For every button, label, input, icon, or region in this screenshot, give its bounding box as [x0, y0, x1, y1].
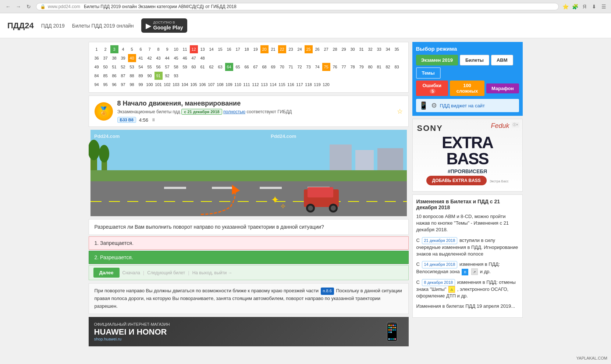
ticket-49[interactable]: 49 — [93, 63, 101, 71]
ticket-70[interactable]: 70 — [278, 63, 286, 71]
ticket-20[interactable]: 20 — [260, 45, 269, 53]
ticket-107[interactable]: 107 — [207, 81, 216, 89]
ticket-94[interactable]: 94 — [93, 81, 101, 89]
google-play-button[interactable]: ▶ ДОСТУПНО В Google Play — [141, 18, 188, 33]
ticket-84[interactable]: 84 — [93, 72, 101, 80]
ticket-30[interactable]: 30 — [349, 45, 357, 53]
ticket-114[interactable]: 114 — [269, 81, 277, 89]
ticket-7[interactable]: 7 — [146, 45, 154, 53]
ticket-113[interactable]: 113 — [260, 81, 269, 89]
ticket-47[interactable]: 47 — [190, 54, 198, 62]
ticket-81[interactable]: 81 — [375, 63, 383, 71]
ticket-18[interactable]: 18 — [243, 45, 251, 53]
ticket-33[interactable]: 33 — [375, 45, 383, 53]
ticket-39[interactable]: 39 — [119, 54, 127, 62]
widget-link[interactable]: ПДД виджет на сайт — [440, 103, 485, 108]
site-logo[interactable]: ПДД24 — [7, 21, 34, 31]
ticket-32[interactable]: 32 — [366, 45, 374, 53]
ticket-37[interactable]: 37 — [102, 54, 110, 62]
extension-icon[interactable]: 🧩 — [571, 3, 579, 10]
ticket-8[interactable]: 8 — [154, 45, 163, 53]
ticket-6[interactable]: 6 — [137, 45, 145, 53]
ticket-76[interactable]: 76 — [331, 63, 339, 71]
ticket-101[interactable]: 101 — [154, 81, 163, 89]
ticket-16[interactable]: 16 — [225, 45, 233, 53]
ticket-103[interactable]: 103 — [172, 81, 180, 89]
nav-tickets[interactable]: Билеты ПДД 2019 онлайн — [72, 23, 134, 29]
ticket-83[interactable]: 83 — [393, 63, 401, 71]
ticket-92[interactable]: 92 — [163, 72, 171, 80]
ticket-4[interactable]: 4 — [119, 45, 127, 53]
ticket-55[interactable]: 55 — [146, 63, 154, 71]
ticket-104[interactable]: 104 — [181, 81, 189, 89]
ticket-26[interactable]: 26 — [313, 45, 322, 53]
ticket-11[interactable]: 11 — [181, 45, 189, 53]
back-button[interactable]: ← — [4, 2, 13, 11]
ticket-46[interactable]: 46 — [181, 54, 189, 62]
ticket-116[interactable]: 116 — [287, 81, 295, 89]
ticket-15[interactable]: 15 — [216, 45, 224, 53]
errors-mode-btn[interactable]: Ошибки 5 — [416, 81, 448, 96]
ticket-118[interactable]: 118 — [305, 81, 313, 89]
ticket-88[interactable]: 88 — [128, 72, 136, 80]
ticket-96[interactable]: 96 — [110, 81, 118, 89]
ticket-36[interactable]: 36 — [93, 54, 101, 62]
ticket-23[interactable]: 23 — [287, 45, 295, 53]
ticket-42[interactable]: 42 — [146, 54, 154, 62]
ticket-13[interactable]: 13 — [199, 45, 207, 53]
ticket-12[interactable]: 12 — [190, 45, 198, 53]
ticket-58[interactable]: 58 — [172, 63, 180, 71]
add-bass-btn[interactable]: ДОБАВЬ EXTRA BASS — [426, 176, 487, 185]
ticket-66[interactable]: 66 — [243, 63, 251, 71]
ticket-48[interactable]: 48 — [199, 54, 207, 62]
ticket-29[interactable]: 29 — [340, 45, 348, 53]
ticket-28[interactable]: 28 — [331, 45, 339, 53]
ticket-5[interactable]: 5 — [128, 45, 136, 53]
ticket-10[interactable]: 10 — [172, 45, 180, 53]
ticket-100[interactable]: 100 — [146, 81, 154, 89]
address-bar[interactable]: 🔒 www.pdd24.com Билеты ПДД 2019 онлайн Э… — [36, 3, 559, 10]
ticket-67[interactable]: 67 — [252, 63, 260, 71]
ticket-59[interactable]: 59 — [181, 63, 189, 71]
ticket-61[interactable]: 61 — [199, 63, 207, 71]
answer-option-2[interactable]: 2. Разрешается. — [89, 251, 409, 264]
themes-mode-btn[interactable]: Темы — [416, 67, 441, 79]
ticket-43[interactable]: 43 — [154, 54, 163, 62]
ticket-50[interactable]: 50 — [102, 63, 110, 71]
ticket-68[interactable]: 68 — [260, 63, 269, 71]
ticket-108[interactable]: 108 — [216, 81, 224, 89]
menu-icon[interactable]: ☰ — [600, 3, 607, 10]
ticket-57[interactable]: 57 — [163, 63, 171, 71]
ticket-2[interactable]: 2 — [102, 45, 110, 53]
ticket-78[interactable]: 78 — [349, 63, 357, 71]
forward-button[interactable]: → — [14, 2, 23, 11]
first-link[interactable]: Сначала — [122, 270, 140, 275]
ticket-45[interactable]: 45 — [172, 54, 180, 62]
favorite-star[interactable]: ☆ — [397, 107, 403, 115]
ticket-89[interactable]: 89 — [137, 72, 145, 80]
sony-ad[interactable]: Ⓘ× SONY Feduk EXTRA BASS #ПРОЯВИСЕБЯ ДОБ… — [412, 119, 523, 192]
ticket-62[interactable]: 62 — [207, 63, 216, 71]
nav-pdd2019[interactable]: ПДД 2019 — [41, 23, 65, 29]
ticket-38[interactable]: 38 — [110, 54, 118, 62]
bookmark-icon[interactable]: ⭐ — [562, 3, 569, 10]
ticket-77[interactable]: 77 — [340, 63, 348, 71]
ticket-117[interactable]: 117 — [296, 81, 304, 89]
ticket-102[interactable]: 102 — [163, 81, 171, 89]
answer-option-1[interactable]: 1. Запрещается. — [89, 236, 409, 250]
ticket-54[interactable]: 54 — [137, 63, 145, 71]
full-link[interactable]: полностью — [223, 109, 245, 114]
ticket-24[interactable]: 24 — [296, 45, 304, 53]
ticket-31[interactable]: 31 — [358, 45, 366, 53]
ticket-40[interactable]: 40 — [128, 54, 136, 62]
ticket-98[interactable]: 98 — [128, 81, 136, 89]
ticket-56[interactable]: 56 — [154, 63, 163, 71]
ticket-85[interactable]: 85 — [102, 72, 110, 80]
huawei-ad[interactable]: ОФИЦИАЛЬНЫЙ ИНТЕРНЕТ-МАГАЗИН HUAWEI И HO… — [89, 317, 409, 346]
ticket-14[interactable]: 14 — [207, 45, 216, 53]
ticket-97[interactable]: 97 — [119, 81, 127, 89]
browser-nav[interactable]: ← → ↻ — [4, 2, 33, 11]
download-icon[interactable]: ⬇ — [590, 3, 598, 10]
marathon-mode-btn[interactable]: Марафон — [486, 83, 519, 93]
ticket-79[interactable]: 79 — [358, 63, 366, 71]
